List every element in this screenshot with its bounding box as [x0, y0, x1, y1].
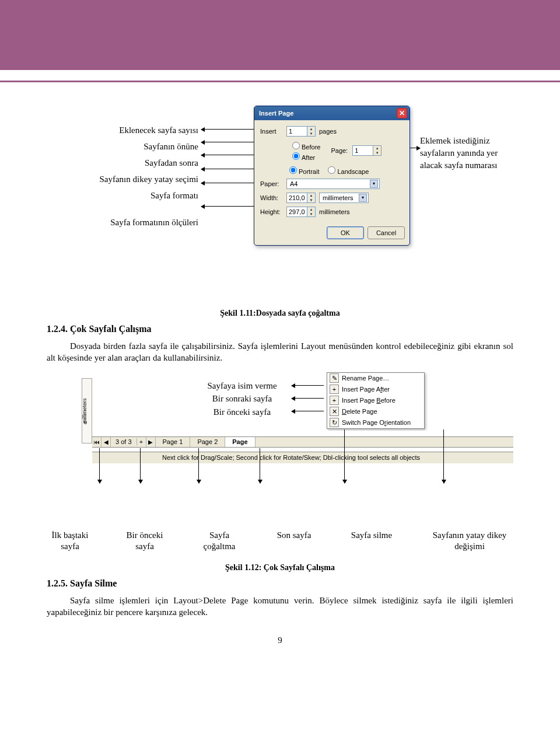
figure-page-bar: Sayfaya isim verme Bir sonraki sayfa Bir…: [47, 372, 513, 501]
arrow: [201, 155, 254, 155]
menu-delete-page[interactable]: ✕ Delete Page: [327, 406, 424, 417]
arrow: [201, 183, 254, 183]
vertical-ruler: millimeters 0: [82, 378, 92, 443]
height-spinner[interactable]: ▲▼: [286, 207, 316, 217]
section-1-2-5-title: 1.2.5. Sayfa Silme: [47, 578, 513, 589]
ok-button[interactable]: OK: [327, 226, 364, 239]
arrow: [99, 448, 100, 483]
arrow: [292, 398, 324, 399]
switch-orientation-icon: ↻: [330, 418, 339, 427]
height-label: Height:: [260, 208, 286, 215]
lbl-first-page: İlk baştaki sayfa: [47, 530, 93, 553]
spinner-arrows-icon[interactable]: ▲▼: [373, 146, 381, 155]
before-radio[interactable]: Before: [289, 140, 320, 151]
width-value[interactable]: [287, 193, 307, 202]
insert-label: Insert: [260, 128, 286, 135]
figure1-caption: Şekil 1.11:Dosyada sayfa çoğaltma: [47, 309, 513, 318]
page-tab-1[interactable]: Page 1: [156, 437, 191, 447]
arrow: [443, 429, 444, 483]
page-tab-3[interactable]: Page: [225, 437, 255, 447]
first-page-icon[interactable]: ⏮: [92, 437, 102, 447]
landscape-radio[interactable]: Landscape: [325, 165, 369, 175]
insert-before-icon: +: [330, 396, 339, 405]
anno-before: Sayfanın önüne: [47, 139, 198, 153]
pages-word: pages: [319, 128, 337, 135]
header-band: [0, 0, 560, 70]
close-icon[interactable]: ✕: [397, 108, 407, 118]
next-page-icon[interactable]: ▶: [146, 437, 156, 447]
rename-icon: ✎: [330, 373, 339, 383]
page-label: Page:: [331, 147, 348, 154]
left-annotations: Eklenecek sayfa sayısı Sayfanın önüne Sa…: [47, 123, 198, 232]
lbl-orientation: Sayfanın yatay dikey değişimi: [426, 530, 513, 553]
delete-icon: ✕: [330, 407, 339, 416]
arrow: [140, 448, 141, 483]
dialog-title: Insert Page: [259, 110, 293, 117]
page-tab-2[interactable]: Page 2: [190, 437, 225, 447]
insert-value[interactable]: [287, 127, 307, 136]
height-value[interactable]: [287, 207, 307, 216]
chevron-down-icon[interactable]: ▾: [370, 180, 378, 188]
portrait-radio[interactable]: Portrait: [286, 165, 319, 175]
paper-select[interactable]: A4 ▾: [286, 179, 380, 189]
width-spinner[interactable]: ▲▼: [286, 193, 316, 203]
page-navigator-bar: ⏮ ◀ 3 of 3 + ▶ Page 1 Page 2 Page: [92, 436, 513, 448]
arrow: [201, 142, 254, 142]
spinner-arrows-icon[interactable]: ▲▼: [307, 207, 315, 216]
menu-insert-before[interactable]: + Insert Page Before: [327, 395, 424, 406]
anno-page-number: Eklemek istediğiniz sayfaların yanında y…: [420, 135, 513, 172]
figure2-caption: Şekil 1.12: Çok Sayfalı Çalışma: [47, 563, 513, 572]
arrow: [260, 448, 260, 483]
status-text: Next click for Drag/Scale; Second click …: [162, 454, 420, 461]
arrow: [292, 411, 324, 411]
insert-after-icon: +: [330, 385, 339, 394]
lbl-prev-page: Bir önceki sayfa: [121, 530, 168, 553]
arrow: [201, 169, 254, 169]
figure-insert-page: Eklenecek sayfa sayısı Sayfanın önüne Sa…: [47, 106, 513, 298]
lbl-duplicate: Sayfa çoğaltma: [196, 530, 243, 553]
width-label: Width:: [260, 194, 286, 201]
prev-page-icon[interactable]: ◀: [102, 437, 111, 447]
section-1-2-4-title: 1.2.4. Çok Sayfalı Çalışma: [47, 324, 513, 334]
anno-orientation: Sayfanın dikey yatay seçimi: [47, 172, 198, 186]
arrow: [201, 206, 254, 207]
arrow: [344, 429, 345, 483]
paper-label: Paper:: [260, 180, 286, 187]
anno-next: Bir sonraki sayfa: [192, 392, 292, 406]
spinner-arrows-icon[interactable]: ▲▼: [307, 193, 315, 202]
anno-dimensions: Sayfa formatının ölçüleri: [47, 215, 198, 229]
anno-paper: Sayfa formatı: [47, 188, 198, 202]
anno-after: Sayfadan sonra: [47, 156, 198, 170]
height-unit: millimeters: [319, 208, 350, 215]
menu-insert-after[interactable]: + Insert Page After: [327, 384, 424, 395]
page-counter: 3 of 3: [111, 438, 137, 445]
section-1-2-5-body: Sayfa silme işlemleri için Layout>Delete…: [47, 595, 513, 619]
status-bar: Next click for Drag/Scale; Second click …: [92, 452, 513, 463]
page-value[interactable]: [353, 146, 373, 155]
arrow: [198, 448, 199, 483]
anno-prev: Bir önceki sayfa: [192, 406, 292, 419]
lbl-last-page: Son sayfa: [271, 530, 317, 553]
add-page-icon[interactable]: +: [137, 437, 146, 447]
width-unit-select[interactable]: millimeters ▾: [319, 193, 369, 203]
after-radio[interactable]: After: [289, 151, 320, 161]
spinner-arrows-icon[interactable]: ▲▼: [307, 127, 315, 136]
menu-rename-page[interactable]: ✎ Rename Page…: [327, 373, 424, 384]
arrow: [292, 385, 324, 386]
insert-spinner[interactable]: ▲▼: [286, 126, 316, 137]
page-spinner[interactable]: ▲▼: [352, 145, 382, 156]
bottom-annotations: İlk baştaki sayfa Bir önceki sayfa Sayfa…: [47, 530, 513, 553]
page-context-menu: ✎ Rename Page… + Insert Page After + Ins…: [327, 372, 425, 429]
anno-insert-count: Eklenecek sayfa sayısı: [47, 123, 198, 137]
section-1-2-4-body: Dosyada birden fazla sayfa ile çalışabil…: [47, 340, 513, 364]
cancel-button[interactable]: Cancel: [368, 226, 405, 239]
dialog-titlebar[interactable]: Insert Page ✕: [254, 106, 410, 120]
insert-page-dialog: Insert Page ✕ Insert ▲▼ pages Before A: [254, 106, 410, 246]
anno-rename: Sayfaya isim verme: [192, 379, 292, 393]
page-number: 9: [47, 635, 513, 645]
menu-switch-orientation[interactable]: ↻ Switch Page Orientation: [327, 417, 424, 428]
mid-annotations: Sayfaya isim verme Bir sonraki sayfa Bir…: [192, 379, 292, 419]
lbl-delete-page: Sayfa silme: [345, 530, 398, 553]
chevron-down-icon[interactable]: ▾: [359, 194, 367, 202]
arrow: [201, 129, 254, 130]
